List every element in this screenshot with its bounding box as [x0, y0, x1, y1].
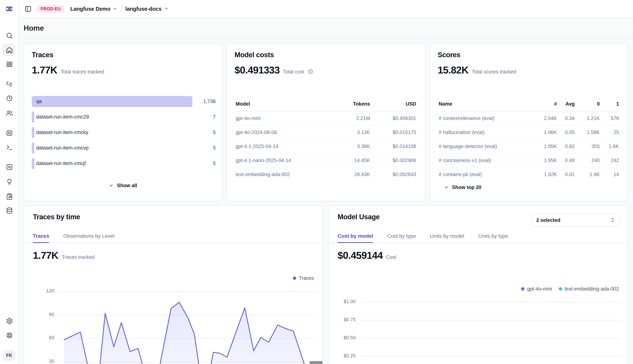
traces-area-chart: [57, 285, 318, 364]
legend-item: Traces: [293, 276, 314, 281]
support-lifebuoy-icon[interactable]: [0, 329, 19, 342]
gridline: [360, 356, 621, 356]
playground-terminal-icon[interactable]: [0, 141, 19, 154]
column-header: Tokens: [328, 101, 370, 107]
model-costs-metric: $0.491333 Total cost: [235, 64, 313, 76]
column-header: 0: [575, 101, 600, 107]
model-costs-table: Model Tokens USD gpt-4o-mini 2.21M $0.45…: [236, 101, 416, 181]
tab-traces[interactable]: Traces: [33, 229, 49, 242]
cell-model: gpt-4o-2024-08-06: [236, 130, 328, 135]
list-item: dataset-run-item-cmc29 7: [32, 112, 216, 122]
evaluation-percent-icon[interactable]: [0, 160, 19, 173]
legend-dot-icon: [521, 287, 525, 290]
list-item-value: 5: [213, 158, 216, 169]
dashboards-icon[interactable]: [0, 58, 19, 70]
traces-by-time-title: Traces by time: [33, 213, 80, 221]
tab-cost-by-model[interactable]: Cost by model: [338, 229, 373, 242]
y-tick: $0.50: [333, 335, 356, 340]
datasets-clipboard-icon[interactable]: [0, 190, 19, 203]
cell-zero: 1.21K: [575, 116, 600, 121]
show-all-label: Show all: [117, 183, 137, 188]
cell-one: 25: [600, 130, 619, 135]
scores-table: Name # Avg 0 1 # contextrelevance (eval)…: [439, 101, 619, 181]
traces-by-time-tabs: Traces Observations by Level: [24, 229, 323, 243]
list-item-value: 5: [213, 127, 216, 138]
tracing-icon[interactable]: [0, 78, 19, 90]
gridline: [360, 320, 621, 320]
users-icon[interactable]: [0, 107, 19, 119]
sidebar-toggle-icon[interactable]: [24, 5, 32, 12]
show-all-button[interactable]: Show all: [109, 183, 137, 188]
column-header: Name: [439, 101, 535, 107]
chart-legend: gpt-4o-mini text-embedding-ada-002: [521, 286, 619, 292]
traces-tracked-value: 1.77K: [33, 250, 58, 261]
legend-item: gpt-4o-mini: [521, 286, 552, 292]
value-bar: [32, 127, 34, 138]
sessions-clock-icon[interactable]: [0, 92, 19, 104]
cell-avg: 0.05: [557, 130, 575, 135]
legend-label: gpt-4o-mini: [527, 286, 552, 292]
cell-model: text-embedding-ada-002: [236, 172, 328, 177]
cell-avg: 0.48: [557, 158, 575, 163]
tab-units-by-model[interactable]: Units by model: [430, 229, 464, 242]
cell-count: 1.96K: [535, 130, 557, 135]
legend-item: text-embedding-ada-002: [559, 286, 619, 292]
page-header: Home: [19, 18, 633, 39]
y-tick: 30: [32, 358, 54, 364]
traces-tracked-label: Traces tracked: [62, 254, 95, 260]
cell-one: 1.6K: [600, 144, 619, 149]
table-row: text-embedding-ada-002 28.43K $0.002843: [236, 168, 416, 181]
cell-tokens: 3.38K: [328, 144, 370, 149]
table-row: # contains-pii (eval) 1.92K 0.01 1.9K 14: [439, 168, 619, 181]
tab-observations-by-level[interactable]: Observations by Level: [63, 229, 115, 242]
traces-by-time-card: Traces by time Traces Observations by Le…: [24, 205, 323, 364]
cell-one: 242: [600, 158, 619, 163]
cell-name: # hallucination (eval): [439, 130, 535, 135]
database-icon[interactable]: [0, 204, 19, 217]
y-tick: $0.25: [333, 353, 356, 358]
scores-metric-label: Total scores tracked: [472, 69, 516, 74]
avatar-initials: FK: [6, 353, 12, 358]
settings-gear-icon[interactable]: [0, 314, 19, 327]
legend-label: Traces: [299, 276, 314, 281]
model-select[interactable]: 2 selected: [531, 214, 620, 227]
model-costs-title: Model costs: [235, 51, 274, 59]
column-header: 1: [600, 101, 619, 107]
table-row: # hallucination (eval) 1.96K 0.05 1.58K …: [439, 126, 619, 140]
cell-count: 1.92K: [535, 172, 557, 177]
environment-badge[interactable]: PROD-EU: [37, 5, 65, 12]
annotation-lightbulb-icon[interactable]: [0, 175, 19, 188]
list-item: dataset-run-item-cmcvp 5: [32, 142, 216, 154]
cell-name: # contextrelevance (eval): [439, 116, 535, 121]
cell-zero: 240: [575, 158, 600, 163]
chevrons-up-down-icon: [610, 218, 615, 222]
cell-usd: $0.002906: [370, 158, 416, 163]
show-top-20-button[interactable]: Show top 20: [444, 184, 481, 190]
app-window: FK PROD-EU Langfuse Demo langfuse-docs H…: [0, 0, 633, 364]
legend-label: text-embedding-ada-002: [565, 286, 619, 292]
search-icon[interactable]: [0, 29, 19, 42]
table-row: gpt-4.1-nano-2025-04-14 14.45K $0.002906: [236, 154, 416, 168]
table-row: # language-detector (eval) 1.95K 0.82 35…: [439, 140, 619, 154]
tab-cost-by-type[interactable]: Cost by type: [387, 229, 416, 242]
cell-tokens: 14.45K: [328, 158, 370, 163]
organization-switcher[interactable]: Langfuse Demo: [70, 6, 118, 12]
cell-name: # conciseness-v1 (eval): [439, 158, 535, 163]
avatar[interactable]: FK: [3, 350, 15, 361]
cell-avg: 0.34: [557, 116, 575, 121]
tab-units-by-type[interactable]: Units by type: [478, 229, 508, 242]
table-row: gpt-4o-2024-08-06 3.13K $0.015175: [236, 126, 416, 140]
home-icon[interactable]: [0, 44, 19, 56]
project-name: langfuse-docs: [125, 6, 162, 12]
scrollbar-thumb[interactable]: [309, 360, 324, 364]
y-tick: $1.00: [333, 299, 356, 304]
cost-metric: $0.459144 Cost: [338, 250, 396, 261]
cell-model: gpt-4.1-2025-04-14: [236, 144, 328, 149]
cell-usd: $0.014108: [370, 144, 416, 149]
prompts-icon[interactable]: [0, 126, 19, 139]
list-item-label: qa: [36, 96, 42, 107]
project-switcher[interactable]: langfuse-docs: [125, 6, 169, 12]
list-item-label: dataset-run-item-cmc29: [36, 112, 89, 122]
info-icon[interactable]: [308, 69, 313, 74]
cell-zero: 355: [575, 144, 600, 149]
